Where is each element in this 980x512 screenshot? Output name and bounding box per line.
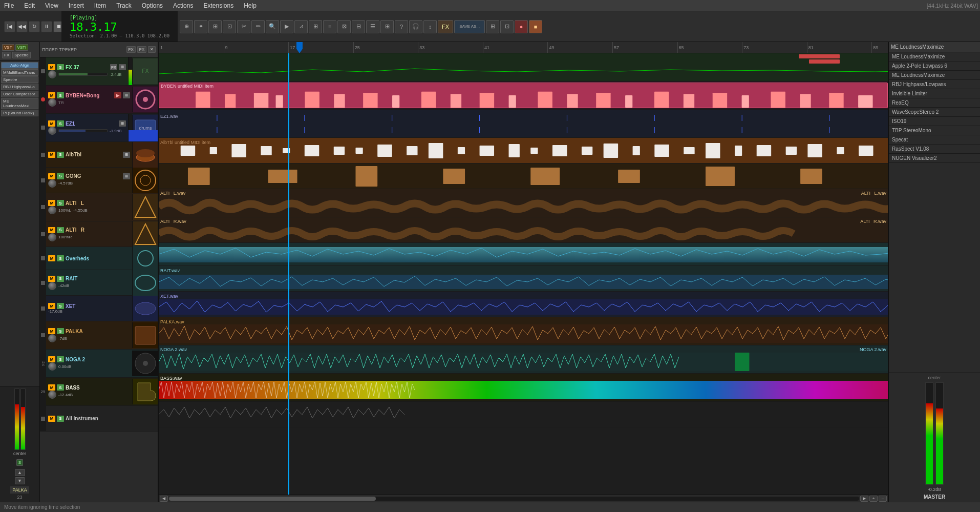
toolbar-btn-22[interactable]: ■ <box>529 20 542 33</box>
mute-button[interactable]: M <box>48 64 55 70</box>
plugin-rbj[interactable]: RBJ Highpass/Lo <box>1 84 38 90</box>
mute-button[interactable]: M <box>48 303 55 309</box>
right-panel-plugin-8[interactable]: ISO19 <box>889 117 980 126</box>
solo-button[interactable]: S <box>57 64 64 70</box>
toolbar-btn-16[interactable]: ? <box>395 20 408 33</box>
track-volume-knob[interactable] <box>48 206 56 214</box>
vsti-button[interactable]: VSTI <box>15 44 29 51</box>
plugin-me[interactable]: ME LoudnessMaxi <box>1 98 38 109</box>
solo-button[interactable]: S <box>57 120 64 127</box>
track-routing-btn[interactable]: ⊞ <box>119 120 126 127</box>
toolbar-btn-13[interactable]: ⊟ <box>352 20 365 33</box>
close-header-btn[interactable]: ✕ <box>148 46 156 53</box>
track-routing-btn[interactable]: ⊞ <box>123 92 130 98</box>
toolbar-btn-5[interactable]: ✂ <box>237 20 250 33</box>
right-panel-plugin-3[interactable]: ME LoudnessMaximize <box>889 71 980 80</box>
right-panel-plugin-5[interactable]: Invisible Limiter <box>889 89 980 98</box>
toolbar-btn-14[interactable]: ☰ <box>366 20 379 33</box>
zoom-out-btn[interactable]: – <box>879 496 887 502</box>
scroll-right-btn[interactable]: ▶ <box>860 496 868 502</box>
menu-view[interactable]: View <box>43 1 60 10</box>
mute-button[interactable]: M <box>48 276 55 282</box>
vst-button[interactable]: VST <box>2 44 14 51</box>
menu-extensions[interactable]: Extensions <box>201 1 236 10</box>
right-panel-plugin-6[interactable]: ReaEQ <box>889 98 980 108</box>
track-lane-gong[interactable]: GONG.wav <box>159 163 888 189</box>
scroll-left-btn[interactable]: ◀ <box>160 496 168 502</box>
track-lane-overheds[interactable] <box>159 243 888 266</box>
track-collapse-icon[interactable] <box>41 69 45 73</box>
track-volume-fader[interactable] <box>58 73 108 76</box>
solo-button[interactable]: S <box>57 276 64 282</box>
nav-up-button[interactable]: ▲ <box>15 469 25 476</box>
mute-button[interactable]: M <box>48 200 55 206</box>
solo-button[interactable]: S <box>57 328 64 334</box>
toolbar-btn-8[interactable]: ▶ <box>280 20 293 33</box>
mute-button[interactable]: M <box>48 384 55 391</box>
spectre-button[interactable]: Spectre <box>12 52 31 58</box>
toolbar-btn-18[interactable]: ↕ <box>423 20 437 33</box>
toolbar-btn-6[interactable]: ✏ <box>251 20 265 33</box>
mute-button[interactable]: M <box>48 328 55 334</box>
track-fx-btn[interactable]: FX <box>110 64 117 70</box>
toolbar-btn-21[interactable]: ● <box>515 20 528 33</box>
toolbar-btn-10[interactable]: ⊞ <box>309 20 322 33</box>
pause-button[interactable]: ⏸ <box>41 21 52 32</box>
solo-button[interactable]: S <box>57 173 64 179</box>
track-lane-alti-l[interactable]: ALTI L.wav ALTI L.wav <box>159 189 888 217</box>
mute-button[interactable]: M <box>48 227 55 233</box>
right-panel-plugin-10[interactable]: Specat <box>889 135 980 145</box>
solo-button[interactable]: S <box>57 303 64 309</box>
right-panel-plugin-1[interactable]: ME LoudnessMaximize <box>889 52 980 62</box>
right-panel-plugin-9[interactable]: TBP StereoMono <box>889 126 980 135</box>
solo-button[interactable]: S <box>57 200 64 206</box>
back-button[interactable]: ◀◀ <box>16 21 28 32</box>
menu-edit[interactable]: Edit <box>22 1 37 10</box>
fx-btn-header[interactable]: FX <box>126 46 136 53</box>
right-panel-plugin-11[interactable]: RasSpect V1.08 <box>889 145 980 154</box>
track-volume-knob[interactable] <box>48 391 56 399</box>
solo-button[interactable]: S <box>57 416 64 422</box>
right-panel-plugin-7[interactable]: WaveScopeStereo 2 <box>889 108 980 117</box>
auto-align-button[interactable]: Auto-Align <box>1 62 38 69</box>
track-volume-knob[interactable] <box>48 70 56 78</box>
fx-btn-header2[interactable]: FX <box>137 46 146 53</box>
toolbar-btn-11[interactable]: ≡ <box>323 20 336 33</box>
track-lane-ez1[interactable]: EZ1.wav <box>159 110 888 138</box>
toolbar-btn-9[interactable]: ⊿ <box>294 20 308 33</box>
menu-options[interactable]: Options <box>140 1 165 10</box>
track-volume-fader[interactable] <box>58 129 108 132</box>
mute-button[interactable]: M <box>48 120 55 127</box>
toolbar-btn-3[interactable]: ⊞ <box>208 20 222 33</box>
track-lane-alti-r[interactable]: ALTI R.wav ALTI R.wav <box>159 217 888 243</box>
solo-button[interactable]: S <box>57 384 64 391</box>
toolbar-btn-17[interactable]: 🎧 <box>409 20 422 33</box>
mute-button[interactable]: M <box>48 152 55 158</box>
toolbar-btn-20[interactable]: ⊡ <box>500 20 514 33</box>
solo-button[interactable]: S <box>57 92 64 98</box>
track-fx-btn[interactable]: ▶ <box>114 92 121 98</box>
toolbar-btn-19[interactable]: ⊞ <box>486 20 499 33</box>
solo-button[interactable]: S <box>57 152 64 158</box>
track-lane-albtbl[interactable]: AlbTbl untitled MIDI item <box>159 138 888 163</box>
solo-button[interactable]: S <box>57 356 64 362</box>
right-panel-plugin-12[interactable]: NUGEN Visualizer2 <box>889 154 980 163</box>
menu-file[interactable]: File <box>2 1 16 10</box>
mute-button[interactable]: M <box>48 255 55 261</box>
track-volume-knob[interactable] <box>48 179 56 188</box>
menu-item[interactable]: Item <box>92 1 108 10</box>
track-volume-knob[interactable] <box>48 282 56 290</box>
save-as-button[interactable]: SAVE AS... <box>454 20 485 33</box>
plugin-multibandtrans[interactable]: MMultiBandTrans <box>1 69 38 76</box>
track-lane-xet[interactable]: XET.wav <box>159 292 888 317</box>
track-lane-bass[interactable]: BASS.wav <box>159 374 888 402</box>
right-panel-plugin-2[interactable]: Apple 2-Pole Lowpass 6 <box>889 62 980 71</box>
track-lane-noga2[interactable]: NOGA 2.wav NOGA 2.wav <box>159 345 888 374</box>
track-lane-palka[interactable]: PALKA.wav <box>159 317 888 345</box>
track-lane-fx37[interactable] <box>159 53 888 81</box>
toolbar-btn-15[interactable]: ⊞ <box>380 20 394 33</box>
toolbar-btn-2[interactable]: ✦ <box>194 20 207 33</box>
menu-insert[interactable]: Insert <box>67 1 86 10</box>
scrollbar-track[interactable] <box>169 497 859 501</box>
mute-button[interactable]: M <box>48 173 55 179</box>
